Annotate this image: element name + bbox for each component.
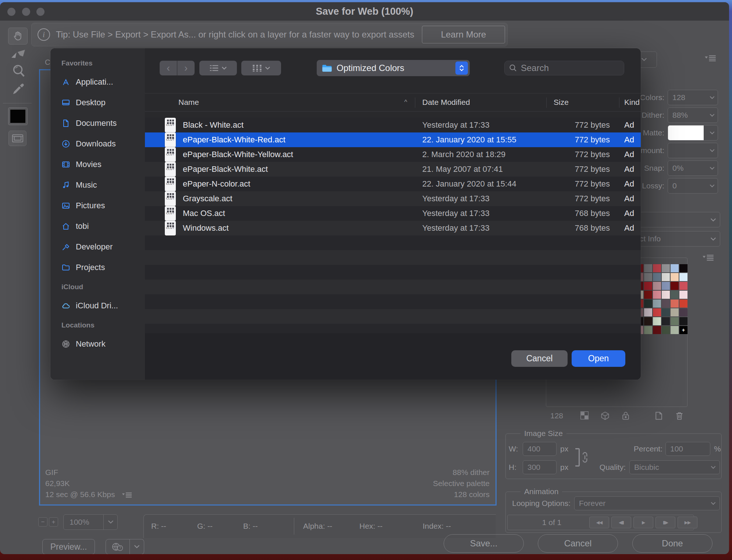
column-divider[interactable] bbox=[546, 98, 547, 108]
search-input[interactable] bbox=[521, 63, 635, 73]
sidebar-item-downloads[interactable]: Downloads bbox=[61, 134, 145, 154]
color-swatch[interactable] bbox=[653, 317, 661, 325]
color-swatch[interactable] bbox=[644, 273, 652, 281]
back-button[interactable]: ‹ bbox=[160, 61, 177, 75]
color-swatch[interactable] bbox=[653, 273, 661, 281]
browser-dropdown-button[interactable] bbox=[129, 539, 144, 554]
color-swatch[interactable] bbox=[679, 317, 687, 325]
color-swatch[interactable] bbox=[644, 317, 652, 325]
zoom-level-dropdown[interactable]: 100% bbox=[63, 514, 118, 530]
cube-icon[interactable] bbox=[601, 411, 610, 420]
done-button[interactable]: Done bbox=[632, 534, 713, 553]
metadata-dropdown[interactable]: ct Info bbox=[627, 231, 720, 247]
matte-dropdown[interactable] bbox=[668, 125, 718, 141]
sidebar-item-pictures[interactable]: Pictures bbox=[61, 195, 145, 216]
sidebar-item-developer[interactable]: Developer bbox=[61, 237, 145, 257]
file-row[interactable]: CLUT Grayscale.actYesterday at 17:33772 … bbox=[145, 191, 641, 206]
color-swatch[interactable] bbox=[662, 326, 670, 334]
percent-field[interactable]: 100 bbox=[665, 442, 710, 456]
color-swatch[interactable] bbox=[644, 282, 652, 290]
color-swatch[interactable] bbox=[671, 317, 679, 325]
next-frame-button[interactable]: ▮▶ bbox=[655, 517, 675, 528]
color-swatch[interactable] bbox=[653, 264, 661, 272]
sidebar-item-documents[interactable]: Documents bbox=[61, 113, 145, 134]
browser-select-button[interactable]: ? bbox=[106, 539, 130, 554]
dither-dropdown[interactable]: 88% bbox=[668, 107, 718, 123]
file-row[interactable]: CLUT Mac OS.actYesterday at 17:33768 byt… bbox=[145, 206, 641, 221]
color-swatch[interactable] bbox=[671, 273, 679, 281]
color-swatch[interactable] bbox=[653, 300, 661, 308]
width-field[interactable]: 400 bbox=[523, 442, 557, 456]
color-swatch[interactable] bbox=[671, 308, 679, 316]
color-swatch[interactable] bbox=[653, 282, 661, 290]
color-swatch[interactable] bbox=[662, 273, 670, 281]
color-swatch[interactable] bbox=[644, 326, 652, 334]
color-table-menu-icon[interactable] bbox=[703, 255, 714, 261]
color-swatch[interactable] bbox=[679, 308, 687, 316]
slice-select-tool-button[interactable] bbox=[10, 49, 27, 61]
list-view-button[interactable] bbox=[199, 61, 237, 75]
color-swatch[interactable] bbox=[653, 326, 661, 334]
color-swatch[interactable] bbox=[662, 317, 670, 325]
file-row[interactable]: CLUT ePaper-Black-White-Yellow.act2. Mar… bbox=[145, 147, 641, 162]
sidebar-item-movies[interactable]: Movies bbox=[61, 154, 145, 175]
file-row[interactable]: CLUT ePaper-Black-White.act21. May 2007 … bbox=[145, 162, 641, 177]
matte-color-well[interactable] bbox=[8, 107, 28, 125]
cancel-button[interactable]: Cancel bbox=[538, 534, 618, 553]
settings-panel-menu-icon[interactable] bbox=[705, 55, 716, 61]
play-button[interactable]: ▶ bbox=[633, 517, 653, 528]
sidebar-item-projects[interactable]: Projects bbox=[61, 257, 145, 278]
column-divider[interactable] bbox=[415, 98, 415, 108]
column-header-name[interactable]: Name bbox=[178, 93, 199, 111]
first-frame-button[interactable]: ◀◀ bbox=[589, 517, 609, 528]
color-swatch[interactable] bbox=[679, 273, 687, 281]
eyedropper-tool-button[interactable] bbox=[11, 81, 26, 96]
current-folder-dropdown[interactable]: Optimized Colors bbox=[317, 60, 470, 76]
file-row[interactable]: CLUT ePaper-N-color.act22. January 2020 … bbox=[145, 177, 641, 191]
lossy-dropdown[interactable]: 0 bbox=[668, 178, 718, 194]
column-header-size[interactable]: Size bbox=[554, 93, 569, 111]
sidebar-item-home[interactable]: tobi bbox=[61, 216, 145, 237]
color-swatch[interactable] bbox=[653, 308, 661, 316]
color-swatch[interactable] bbox=[662, 308, 670, 316]
color-swatch[interactable] bbox=[679, 300, 687, 308]
toggle-slices-button[interactable] bbox=[8, 131, 26, 146]
sidebar-item-desktop[interactable]: Desktop bbox=[61, 92, 145, 113]
color-swatch[interactable] bbox=[644, 291, 652, 299]
color-swatch[interactable] bbox=[671, 300, 679, 308]
color-swatch[interactable] bbox=[662, 300, 670, 308]
file-row[interactable]: CLUT Windows.actYesterday at 17:33768 by… bbox=[145, 221, 641, 235]
color-swatch[interactable] bbox=[662, 282, 670, 290]
group-view-button[interactable] bbox=[241, 61, 281, 75]
preview-in-browser-button[interactable]: Preview... bbox=[42, 539, 95, 554]
zoom-tool-button[interactable] bbox=[12, 64, 26, 78]
sidebar-item-applications[interactable]: Applicati... bbox=[61, 72, 145, 92]
hand-tool-button[interactable] bbox=[8, 28, 28, 45]
new-swatch-icon[interactable] bbox=[655, 411, 663, 420]
search-field[interactable] bbox=[504, 61, 624, 75]
color-swatch[interactable] bbox=[671, 264, 679, 272]
forward-button[interactable]: › bbox=[177, 61, 195, 75]
dither-algorithm-icon[interactable] bbox=[580, 411, 589, 419]
quality-dropdown[interactable]: Bicubic bbox=[629, 460, 720, 474]
colors-dropdown[interactable]: 128 bbox=[668, 90, 718, 105]
amount-dropdown[interactable] bbox=[668, 143, 718, 158]
color-swatch[interactable] bbox=[679, 282, 687, 290]
color-swatch[interactable] bbox=[644, 308, 652, 316]
color-swatch[interactable] bbox=[671, 282, 679, 290]
sidebar-item-network[interactable]: Network bbox=[61, 334, 145, 354]
color-swatch[interactable] bbox=[662, 291, 670, 299]
height-field[interactable]: 300 bbox=[523, 460, 557, 474]
color-swatch[interactable] bbox=[679, 291, 687, 299]
dialog-open-button[interactable]: Open bbox=[572, 350, 625, 367]
preview-color-dropdown[interactable] bbox=[627, 212, 720, 227]
lock-icon[interactable] bbox=[622, 411, 630, 420]
color-swatch[interactable] bbox=[662, 264, 670, 272]
zoom-in-button[interactable]: + bbox=[49, 517, 58, 527]
color-swatch[interactable] bbox=[653, 291, 661, 299]
column-header-kind[interactable]: Kind bbox=[624, 93, 640, 111]
web-snap-dropdown[interactable]: 0% bbox=[668, 160, 718, 176]
sidebar-item-icloud-drive[interactable]: iCloud Dri... bbox=[61, 295, 145, 316]
color-swatch[interactable] bbox=[671, 291, 679, 299]
panel-menu-icon[interactable] bbox=[122, 492, 132, 498]
